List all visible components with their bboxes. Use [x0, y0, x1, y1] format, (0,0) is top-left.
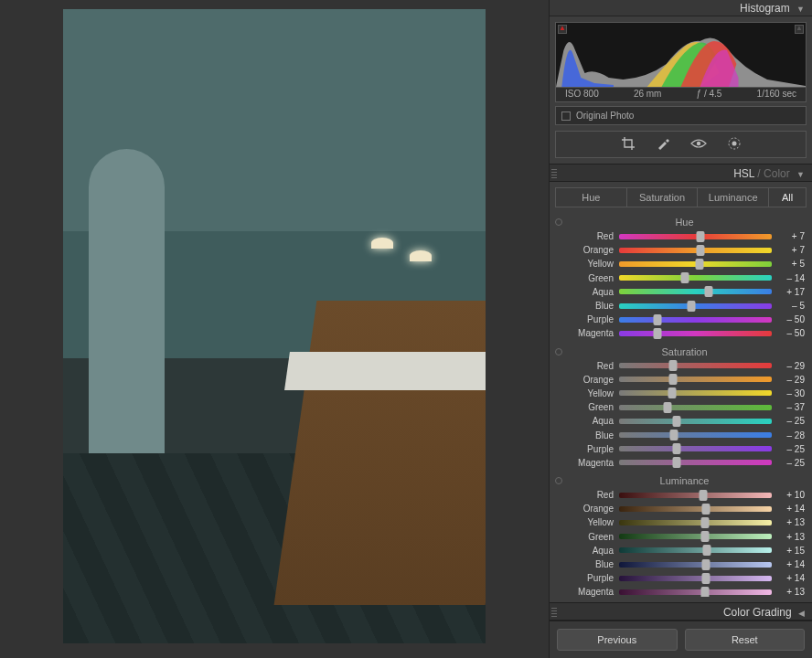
- histogram-svg: [556, 23, 806, 87]
- slider-track[interactable]: [619, 506, 772, 512]
- slider-handle[interactable]: [697, 231, 705, 242]
- original-photo-checkbox[interactable]: [561, 111, 571, 121]
- slider-value[interactable]: + 13: [777, 587, 805, 597]
- slider-value[interactable]: – 29: [777, 375, 805, 385]
- slider-value[interactable]: + 14: [777, 573, 805, 583]
- slider-handle[interactable]: [670, 430, 678, 440]
- crop-icon[interactable]: [621, 136, 636, 153]
- slider-value[interactable]: – 50: [777, 314, 805, 324]
- slider-handle[interactable]: [653, 314, 661, 325]
- slider-value[interactable]: + 14: [777, 504, 805, 514]
- slider-handle[interactable]: [701, 517, 710, 528]
- slider-value[interactable]: + 10: [777, 490, 805, 500]
- slider-handle[interactable]: [669, 374, 678, 385]
- tab-saturation[interactable]: Saturation: [627, 188, 699, 207]
- slider-value[interactable]: – 30: [777, 388, 805, 398]
- slider-value[interactable]: – 50: [777, 328, 805, 338]
- slider-value[interactable]: + 13: [777, 532, 805, 542]
- slider-handle[interactable]: [702, 504, 710, 515]
- slider-track[interactable]: [619, 419, 772, 424]
- slider-handle[interactable]: [699, 490, 707, 501]
- slider-value[interactable]: – 37: [777, 402, 805, 412]
- slider-track[interactable]: [619, 363, 772, 368]
- slider-track[interactable]: [619, 317, 772, 323]
- slider-track[interactable]: [619, 547, 772, 553]
- slider-track[interactable]: [619, 589, 772, 595]
- slider-value[interactable]: + 17: [777, 287, 805, 297]
- edited-photo[interactable]: [63, 9, 486, 643]
- slider-handle[interactable]: [672, 443, 680, 454]
- tab-hue[interactable]: Hue: [556, 188, 627, 207]
- slider-label: Orange: [564, 375, 614, 385]
- slider-handle[interactable]: [702, 559, 710, 570]
- shadow-clipping-icon[interactable]: [558, 25, 567, 34]
- histogram-panel-header[interactable]: Histogram ▼: [550, 0, 812, 16]
- previous-button[interactable]: Previous: [557, 629, 678, 651]
- slider-handle[interactable]: [672, 416, 680, 427]
- slider-handle[interactable]: [697, 245, 705, 256]
- photo-lamp: [371, 238, 393, 249]
- slider-handle[interactable]: [701, 531, 710, 542]
- slider-handle[interactable]: [695, 259, 703, 270]
- slider-value[interactable]: + 7: [777, 245, 805, 255]
- tab-luminance[interactable]: Luminance: [698, 188, 769, 207]
- targeted-adjustment-icon[interactable]: [555, 348, 562, 356]
- slider-value[interactable]: – 28: [777, 430, 805, 440]
- slider-track[interactable]: [619, 576, 772, 581]
- hsl-panel-header[interactable]: HSL / Color ▼: [550, 164, 812, 182]
- slider-track[interactable]: [619, 377, 772, 382]
- slider-track[interactable]: [619, 446, 772, 451]
- slider-value[interactable]: – 29: [777, 361, 805, 371]
- histogram-graph[interactable]: [555, 22, 807, 88]
- masking-icon[interactable]: [727, 136, 742, 153]
- slider-handle[interactable]: [672, 457, 680, 468]
- slider-value[interactable]: + 13: [777, 517, 805, 527]
- slider-row-sat-orange: Orange– 29: [564, 373, 805, 387]
- spot-removal-icon[interactable]: [656, 136, 670, 153]
- slider-track[interactable]: [619, 289, 772, 294]
- slider-handle[interactable]: [680, 272, 689, 283]
- slider-value[interactable]: – 5: [777, 301, 805, 311]
- reset-button[interactable]: Reset: [685, 629, 806, 651]
- slider-value[interactable]: – 25: [777, 416, 805, 426]
- highlight-clipping-icon[interactable]: [795, 25, 804, 34]
- slider-handle[interactable]: [704, 286, 712, 297]
- slider-track[interactable]: [619, 261, 772, 267]
- slider-label: Green: [564, 532, 614, 542]
- slider-value[interactable]: + 14: [777, 559, 805, 569]
- slider-track[interactable]: [619, 493, 772, 498]
- slider-track[interactable]: [619, 303, 772, 309]
- slider-track[interactable]: [619, 534, 772, 539]
- redeye-icon[interactable]: [690, 138, 707, 151]
- slider-value[interactable]: + 5: [777, 259, 805, 269]
- slider-value[interactable]: – 25: [777, 444, 805, 454]
- slider-handle[interactable]: [703, 545, 711, 556]
- slider-handle[interactable]: [668, 387, 677, 398]
- tab-all[interactable]: All: [769, 188, 806, 207]
- original-photo-row[interactable]: Original Photo: [555, 106, 807, 125]
- slider-track[interactable]: [619, 432, 772, 438]
- slider-value[interactable]: + 15: [777, 546, 805, 556]
- slider-value[interactable]: + 7: [777, 231, 805, 241]
- slider-handle[interactable]: [701, 587, 710, 597]
- targeted-adjustment-icon[interactable]: [555, 477, 562, 484]
- color-grading-panel-header[interactable]: Color Grading ◀: [550, 602, 812, 621]
- slider-handle[interactable]: [663, 402, 671, 413]
- slider-track[interactable]: [619, 562, 772, 568]
- slider-handle[interactable]: [669, 360, 678, 371]
- slider-track[interactable]: [619, 234, 772, 239]
- slider-track[interactable]: [619, 460, 772, 465]
- slider-track[interactable]: [619, 248, 772, 253]
- slider-handle[interactable]: [653, 328, 661, 339]
- targeted-adjustment-icon[interactable]: [555, 218, 562, 226]
- slider-track[interactable]: [619, 520, 772, 525]
- slider-track[interactable]: [619, 390, 772, 396]
- develop-right-panel: Histogram ▼ ISO 800 26 mm ƒ / 4.5 1/160 …: [549, 0, 812, 658]
- slider-track[interactable]: [619, 275, 772, 281]
- slider-track[interactable]: [619, 405, 772, 410]
- slider-handle[interactable]: [688, 301, 696, 312]
- slider-track[interactable]: [619, 331, 772, 336]
- slider-value[interactable]: – 14: [777, 273, 805, 283]
- slider-value[interactable]: – 25: [777, 458, 805, 468]
- slider-handle[interactable]: [702, 573, 710, 584]
